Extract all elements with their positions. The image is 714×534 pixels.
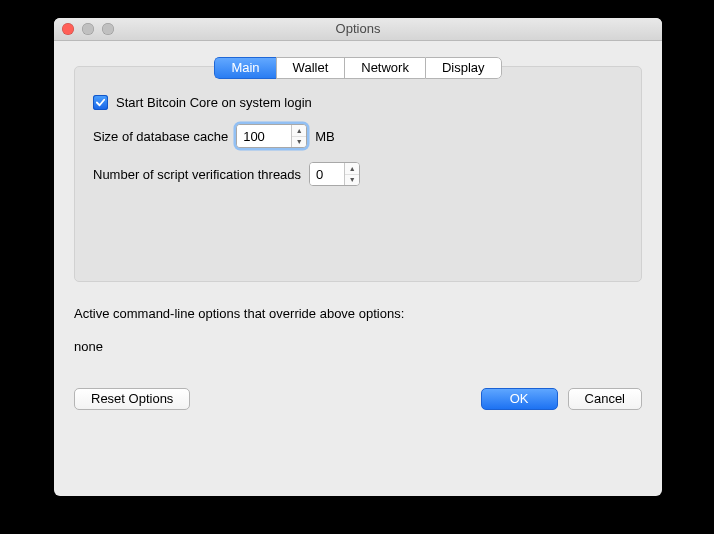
db-cache-step-down[interactable]: ▼ [292,137,306,148]
window-title: Options [336,21,381,36]
tab-display[interactable]: Display [425,57,502,79]
threads-label: Number of script verification threads [93,167,301,182]
threads-input[interactable] [310,163,344,185]
tab-main[interactable]: Main [214,57,275,79]
db-cache-spinbox[interactable]: ▲ ▼ [236,124,307,148]
titlebar: Options [54,18,662,41]
main-panel: Start Bitcoin Core on system login Size … [74,66,642,282]
tab-network-label: Network [361,60,409,75]
tab-wallet-label: Wallet [293,60,329,75]
tab-network[interactable]: Network [344,57,425,79]
minimize-window-button[interactable] [82,23,94,35]
cancel-button[interactable]: Cancel [568,388,642,410]
db-cache-input[interactable] [237,125,291,147]
db-cache-unit: MB [315,129,335,144]
threads-spinbox[interactable]: ▲ ▼ [309,162,360,186]
override-label: Active command-line options that overrid… [74,306,642,321]
reset-options-label: Reset Options [91,391,173,406]
maximize-window-button[interactable] [102,23,114,35]
start-on-login-label: Start Bitcoin Core on system login [116,95,312,110]
tab-wallet[interactable]: Wallet [276,57,345,79]
ok-button[interactable]: OK [481,388,558,410]
override-value: none [74,339,642,354]
tab-bar: Main Wallet Network Display [74,57,642,79]
cancel-label: Cancel [585,391,625,406]
reset-options-button[interactable]: Reset Options [74,388,190,410]
threads-step-down[interactable]: ▼ [345,175,359,186]
db-cache-label: Size of database cache [93,129,228,144]
threads-step-up[interactable]: ▲ [345,163,359,175]
tab-display-label: Display [442,60,485,75]
override-section: Active command-line options that overrid… [74,306,642,354]
start-on-login-checkbox[interactable] [93,95,108,110]
close-window-button[interactable] [62,23,74,35]
tab-main-label: Main [231,60,259,75]
ok-label: OK [510,391,529,406]
options-window: Options Main Wallet Network Display Star… [54,18,662,496]
db-cache-step-up[interactable]: ▲ [292,125,306,137]
